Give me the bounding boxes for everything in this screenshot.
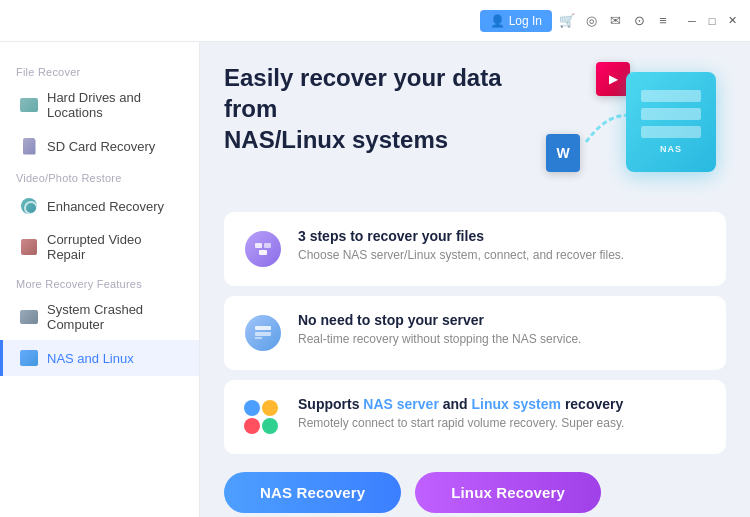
feature-card-supports: Supports NAS server and Linux system rec… [224, 380, 726, 454]
svg-rect-5 [255, 332, 271, 336]
svg-rect-3 [259, 250, 267, 255]
sidebar-item-label-nas-linux: NAS and Linux [47, 351, 134, 366]
sidebar-item-system-crashed[interactable]: System Crashed Computer [0, 294, 199, 340]
page-title: Easily recover your data from NAS/Linux … [224, 62, 546, 156]
sidebar-item-enhanced[interactable]: Enhanced Recovery [0, 188, 199, 224]
title-bar-actions: 👤 Log In 🛒 ◎ ✉ ⊙ ≡ ─ □ ✕ [480, 10, 740, 32]
app-body: File Recover Hard Drives and Locations S… [0, 42, 750, 517]
button-row: NAS Recovery Linux Recovery [224, 472, 726, 513]
hero-title-line2: NAS/Linux systems [224, 126, 448, 153]
video-icon: ▶ [596, 62, 630, 96]
feature-text-steps: 3 steps to recover your files Choose NAS… [298, 228, 624, 264]
steps-icon-wrap [242, 228, 284, 270]
login-label: Log In [509, 14, 542, 28]
sidebar-item-hard-drives[interactable]: Hard Drives and Locations [0, 82, 199, 128]
nas-box: NAS [626, 72, 716, 172]
server-icon-wrap [242, 312, 284, 354]
sidebar-item-nas-linux[interactable]: NAS and Linux [0, 340, 199, 376]
menu-icon[interactable]: ≡ [654, 12, 672, 30]
feature-desc-steps: Choose NAS server/Linux system, connect,… [298, 247, 624, 264]
sidebar-item-label-corrupted: Corrupted Video Repair [47, 232, 183, 262]
sidebar-item-label-hard-drives: Hard Drives and Locations [47, 90, 183, 120]
feature-text-supports: Supports NAS server and Linux system rec… [298, 396, 624, 432]
sidebar-item-sd-card[interactable]: SD Card Recovery [0, 128, 199, 164]
corrupted-video-icon [19, 237, 39, 257]
sidebar-item-label-system-crashed: System Crashed Computer [47, 302, 183, 332]
question-icon[interactable]: ⊙ [630, 12, 648, 30]
user-icon: 👤 [490, 14, 505, 28]
maximize-button[interactable]: □ [704, 13, 720, 29]
mail-icon[interactable]: ✉ [606, 12, 624, 30]
hero-text: Easily recover your data from NAS/Linux … [224, 62, 546, 156]
supports-suffix: recovery [561, 396, 623, 412]
nas-drive-1 [641, 90, 701, 102]
hard-drive-icon [19, 95, 39, 115]
feature-card-steps: 3 steps to recover your files Choose NAS… [224, 212, 726, 286]
feature-text-server: No need to stop your server Real-time re… [298, 312, 581, 348]
nas-box-label: NAS [660, 144, 682, 154]
main-content: Easily recover your data from NAS/Linux … [200, 42, 750, 517]
feature-desc-server: Real-time recovery without stopping the … [298, 331, 581, 348]
nas-recovery-button[interactable]: NAS Recovery [224, 472, 401, 513]
hero-illustration: W ▶ NAS [546, 62, 726, 192]
window-controls: ─ □ ✕ [684, 13, 740, 29]
login-button[interactable]: 👤 Log In [480, 10, 552, 32]
section-label-more-recovery: More Recovery Features [0, 270, 199, 294]
title-bar: 👤 Log In 🛒 ◎ ✉ ⊙ ≡ ─ □ ✕ [0, 0, 750, 42]
supports-mid: and [439, 396, 472, 412]
nas-linux-icon [19, 348, 39, 368]
sidebar-item-label-enhanced: Enhanced Recovery [47, 199, 164, 214]
cart-icon[interactable]: 🛒 [558, 12, 576, 30]
sd-card-icon [19, 136, 39, 156]
feature-card-server: No need to stop your server Real-time re… [224, 296, 726, 370]
feature-title-steps: 3 steps to recover your files [298, 228, 624, 244]
svg-rect-4 [255, 326, 271, 330]
supports-linux: Linux system [472, 396, 561, 412]
minimize-button[interactable]: ─ [684, 13, 700, 29]
dots-icon-wrap [242, 396, 284, 438]
enhanced-icon [19, 196, 39, 216]
feature-title-supports: Supports NAS server and Linux system rec… [298, 396, 624, 412]
feature-title-server: No need to stop your server [298, 312, 581, 328]
sidebar-item-corrupted[interactable]: Corrupted Video Repair [0, 224, 199, 270]
steps-icon [245, 231, 281, 267]
supports-prefix: Supports [298, 396, 363, 412]
hero-section: Easily recover your data from NAS/Linux … [224, 62, 726, 192]
close-button[interactable]: ✕ [724, 13, 740, 29]
section-label-file-recover: File Recover [0, 58, 199, 82]
feature-desc-supports: Remotely connect to start rapid volume r… [298, 415, 624, 432]
dots-icon [244, 400, 282, 434]
sidebar: File Recover Hard Drives and Locations S… [0, 42, 200, 517]
section-label-video-photo: Video/Photo Restore [0, 164, 199, 188]
linux-recovery-button[interactable]: Linux Recovery [415, 472, 601, 513]
discord-icon[interactable]: ◎ [582, 12, 600, 30]
svg-rect-1 [255, 243, 262, 248]
nas-drive-2 [641, 108, 701, 120]
word-icon: W [546, 134, 580, 172]
hero-title-line1: Easily recover your data from [224, 64, 501, 122]
nas-drive-3 [641, 126, 701, 138]
supports-nas: NAS server [363, 396, 439, 412]
system-crash-icon [19, 307, 39, 327]
sidebar-item-label-sd-card: SD Card Recovery [47, 139, 155, 154]
svg-rect-2 [264, 243, 271, 248]
server-icon [245, 315, 281, 351]
